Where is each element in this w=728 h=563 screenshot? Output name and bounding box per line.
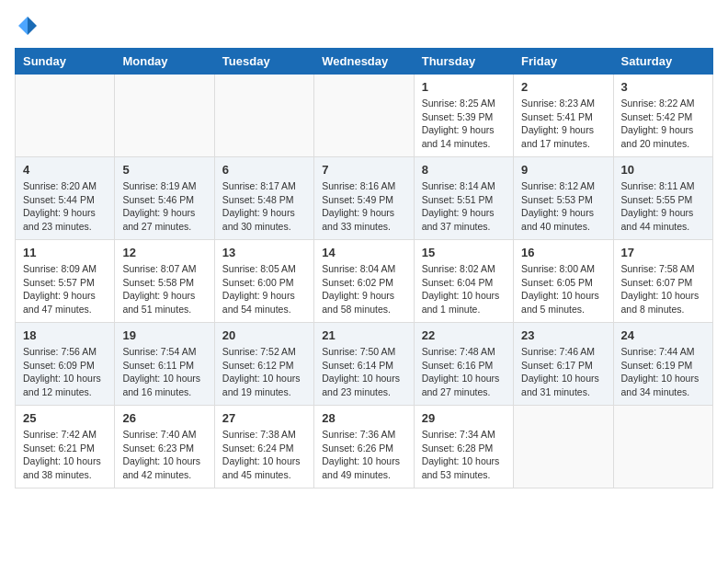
day-number: 7 — [322, 163, 405, 177]
calendar-header-wednesday: Wednesday — [314, 49, 414, 75]
calendar-header-sunday: Sunday — [16, 49, 115, 75]
day-info: Sunrise: 8:07 AM Sunset: 5:58 PM Dayligh… — [122, 262, 206, 316]
calendar-cell: 2Sunrise: 8:23 AM Sunset: 5:41 PM Daylig… — [514, 75, 613, 157]
calendar-cell: 4Sunrise: 8:20 AM Sunset: 5:44 PM Daylig… — [16, 157, 115, 240]
day-number: 18 — [23, 328, 107, 342]
day-info: Sunrise: 7:54 AM Sunset: 6:11 PM Dayligh… — [122, 345, 206, 399]
day-number: 23 — [521, 328, 605, 342]
day-number: 14 — [322, 246, 405, 259]
day-number: 3 — [621, 80, 705, 94]
calendar-cell — [214, 75, 313, 157]
day-number: 22 — [422, 328, 506, 342]
day-info: Sunrise: 8:11 AM Sunset: 5:55 PM Dayligh… — [621, 179, 705, 234]
calendar-header-monday: Monday — [115, 49, 214, 75]
calendar-cell: 29Sunrise: 7:34 AM Sunset: 6:28 PM Dayli… — [414, 406, 513, 488]
day-number: 2 — [521, 80, 605, 94]
day-info: Sunrise: 7:48 AM Sunset: 6:16 PM Dayligh… — [422, 345, 506, 399]
day-info: Sunrise: 8:04 AM Sunset: 6:02 PM Dayligh… — [322, 262, 405, 316]
calendar-cell: 26Sunrise: 7:40 AM Sunset: 6:23 PM Dayli… — [115, 406, 214, 488]
day-number: 10 — [621, 163, 705, 177]
day-info: Sunrise: 8:23 AM Sunset: 5:41 PM Dayligh… — [521, 97, 605, 151]
day-number: 26 — [122, 411, 206, 425]
calendar-cell: 18Sunrise: 7:56 AM Sunset: 6:09 PM Dayli… — [16, 323, 115, 406]
day-info: Sunrise: 7:42 AM Sunset: 6:21 PM Dayligh… — [23, 428, 107, 482]
day-number: 25 — [23, 411, 107, 425]
calendar-week-4: 18Sunrise: 7:56 AM Sunset: 6:09 PM Dayli… — [16, 323, 713, 406]
page-header — [15, 15, 713, 37]
calendar-week-1: 1Sunrise: 8:25 AM Sunset: 5:39 PM Daylig… — [16, 75, 713, 157]
calendar-cell: 1Sunrise: 8:25 AM Sunset: 5:39 PM Daylig… — [414, 75, 513, 157]
day-info: Sunrise: 8:05 AM Sunset: 6:00 PM Dayligh… — [222, 262, 306, 316]
day-number: 12 — [122, 246, 206, 259]
day-info: Sunrise: 8:25 AM Sunset: 5:39 PM Dayligh… — [422, 97, 506, 151]
calendar-cell: 21Sunrise: 7:50 AM Sunset: 6:14 PM Dayli… — [314, 323, 414, 406]
calendar-cell: 15Sunrise: 8:02 AM Sunset: 6:04 PM Dayli… — [414, 240, 513, 323]
calendar-cell: 6Sunrise: 8:17 AM Sunset: 5:48 PM Daylig… — [214, 157, 313, 240]
calendar-cell: 28Sunrise: 7:36 AM Sunset: 6:26 PM Dayli… — [314, 406, 414, 488]
day-info: Sunrise: 8:12 AM Sunset: 5:53 PM Dayligh… — [521, 179, 605, 234]
calendar-cell: 24Sunrise: 7:44 AM Sunset: 6:19 PM Dayli… — [613, 323, 712, 406]
calendar-cell — [514, 406, 613, 488]
calendar-table: SundayMondayTuesdayWednesdayThursdayFrid… — [15, 48, 713, 488]
calendar-cell: 7Sunrise: 8:16 AM Sunset: 5:49 PM Daylig… — [314, 157, 414, 240]
day-info: Sunrise: 8:14 AM Sunset: 5:51 PM Dayligh… — [422, 179, 506, 234]
day-number: 17 — [621, 246, 705, 259]
day-number: 5 — [122, 163, 206, 177]
svg-marker-1 — [18, 17, 28, 35]
calendar-cell: 13Sunrise: 8:05 AM Sunset: 6:00 PM Dayli… — [214, 240, 313, 323]
day-number: 16 — [521, 246, 605, 259]
calendar-cell: 5Sunrise: 8:19 AM Sunset: 5:46 PM Daylig… — [115, 157, 214, 240]
calendar-cell: 27Sunrise: 7:38 AM Sunset: 6:24 PM Dayli… — [214, 406, 313, 488]
day-number: 28 — [322, 411, 405, 425]
calendar-cell — [16, 75, 115, 157]
day-info: Sunrise: 8:16 AM Sunset: 5:49 PM Dayligh… — [322, 179, 405, 234]
calendar-cell: 17Sunrise: 7:58 AM Sunset: 6:07 PM Dayli… — [613, 240, 712, 323]
day-info: Sunrise: 7:46 AM Sunset: 6:17 PM Dayligh… — [521, 345, 605, 399]
day-number: 24 — [621, 328, 705, 342]
day-info: Sunrise: 7:34 AM Sunset: 6:28 PM Dayligh… — [422, 428, 506, 482]
day-info: Sunrise: 7:38 AM Sunset: 6:24 PM Dayligh… — [222, 428, 306, 482]
calendar-cell: 11Sunrise: 8:09 AM Sunset: 5:57 PM Dayli… — [16, 240, 115, 323]
calendar-cell: 19Sunrise: 7:54 AM Sunset: 6:11 PM Dayli… — [115, 323, 214, 406]
calendar-header-tuesday: Tuesday — [214, 49, 313, 75]
calendar-header-saturday: Saturday — [613, 49, 712, 75]
day-number: 29 — [422, 411, 506, 425]
day-info: Sunrise: 7:40 AM Sunset: 6:23 PM Dayligh… — [122, 428, 206, 482]
day-number: 21 — [322, 328, 405, 342]
day-number: 6 — [222, 163, 306, 177]
day-info: Sunrise: 8:22 AM Sunset: 5:42 PM Dayligh… — [621, 97, 705, 151]
calendar-cell — [613, 406, 712, 488]
day-info: Sunrise: 7:56 AM Sunset: 6:09 PM Dayligh… — [23, 345, 107, 399]
calendar-week-3: 11Sunrise: 8:09 AM Sunset: 5:57 PM Dayli… — [16, 240, 713, 323]
calendar-cell — [314, 75, 414, 157]
calendar-cell: 16Sunrise: 8:00 AM Sunset: 6:05 PM Dayli… — [514, 240, 613, 323]
calendar-cell: 3Sunrise: 8:22 AM Sunset: 5:42 PM Daylig… — [613, 75, 712, 157]
day-number: 13 — [222, 246, 306, 259]
calendar-cell: 9Sunrise: 8:12 AM Sunset: 5:53 PM Daylig… — [514, 157, 613, 240]
calendar-week-5: 25Sunrise: 7:42 AM Sunset: 6:21 PM Dayli… — [16, 406, 713, 488]
day-number: 9 — [521, 163, 605, 177]
day-info: Sunrise: 7:36 AM Sunset: 6:26 PM Dayligh… — [322, 428, 405, 482]
calendar-cell: 14Sunrise: 8:04 AM Sunset: 6:02 PM Dayli… — [314, 240, 414, 323]
calendar-cell: 20Sunrise: 7:52 AM Sunset: 6:12 PM Dayli… — [214, 323, 313, 406]
calendar-header-row: SundayMondayTuesdayWednesdayThursdayFrid… — [16, 49, 713, 75]
day-number: 20 — [222, 328, 306, 342]
day-info: Sunrise: 7:52 AM Sunset: 6:12 PM Dayligh… — [222, 345, 306, 399]
day-info: Sunrise: 8:00 AM Sunset: 6:05 PM Dayligh… — [521, 262, 605, 316]
day-number: 8 — [422, 163, 506, 177]
calendar-cell: 25Sunrise: 7:42 AM Sunset: 6:21 PM Dayli… — [16, 406, 115, 488]
day-info: Sunrise: 8:02 AM Sunset: 6:04 PM Dayligh… — [422, 262, 506, 316]
calendar-header-thursday: Thursday — [414, 49, 513, 75]
day-info: Sunrise: 8:17 AM Sunset: 5:48 PM Dayligh… — [222, 179, 306, 234]
day-number: 19 — [122, 328, 206, 342]
calendar-week-2: 4Sunrise: 8:20 AM Sunset: 5:44 PM Daylig… — [16, 157, 713, 240]
day-info: Sunrise: 7:44 AM Sunset: 6:19 PM Dayligh… — [621, 345, 705, 399]
calendar-cell — [115, 75, 214, 157]
calendar-cell: 8Sunrise: 8:14 AM Sunset: 5:51 PM Daylig… — [414, 157, 513, 240]
day-info: Sunrise: 8:19 AM Sunset: 5:46 PM Dayligh… — [122, 179, 206, 234]
day-info: Sunrise: 7:58 AM Sunset: 6:07 PM Dayligh… — [621, 262, 705, 316]
day-number: 4 — [23, 163, 107, 177]
svg-marker-0 — [28, 17, 37, 35]
logo — [15, 15, 39, 37]
day-number: 1 — [422, 80, 506, 94]
